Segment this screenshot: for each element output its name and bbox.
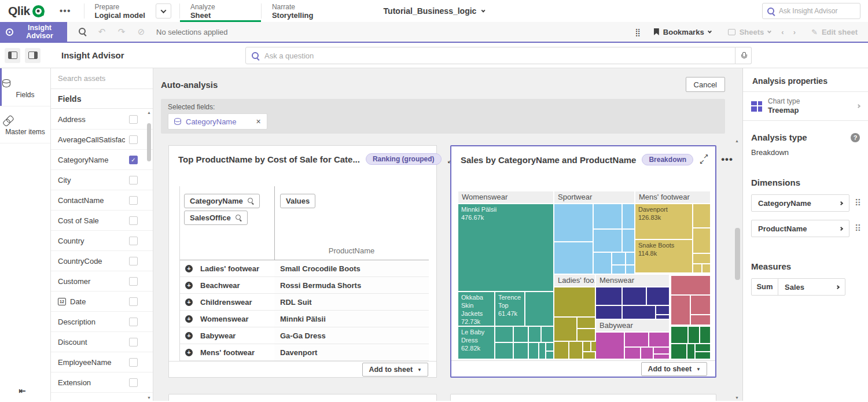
main-scrollbar[interactable]: ▲ ▼	[734, 139, 741, 400]
field-checkbox[interactable]	[129, 196, 138, 205]
pivot-table-row[interactable]: +Ladies' footwearSmall Crocodile Boots	[180, 260, 429, 277]
field-checkbox[interactable]	[129, 378, 138, 387]
dimension-productname[interactable]: ProductName	[751, 220, 849, 237]
scrollbar-thumb[interactable]	[735, 228, 740, 280]
global-menu-button[interactable]: •••	[60, 6, 71, 16]
drag-handle-icon[interactable]: ⠿	[855, 198, 861, 208]
field-checkbox[interactable]	[129, 216, 138, 225]
prepare-dropdown-button[interactable]	[156, 3, 171, 19]
treemap-cell[interactable]	[596, 306, 621, 319]
treemap-cell[interactable]	[529, 327, 540, 342]
treemap-cell[interactable]	[542, 327, 553, 342]
expand-row-icon[interactable]: +	[185, 282, 193, 289]
drag-handle-icon[interactable]: ⠿	[855, 223, 861, 234]
insight-advisor-toggle[interactable]: Insight Advisor	[0, 22, 67, 42]
field-row[interactable]: Extension	[51, 373, 153, 393]
scroll-down-icon[interactable]: ▼	[735, 396, 739, 400]
field-checkbox[interactable]	[129, 237, 138, 245]
field-checkbox[interactable]	[129, 358, 138, 367]
treemap-cell[interactable]	[554, 204, 593, 241]
field-row[interactable]: Description	[51, 312, 153, 332]
treemap-cell[interactable]	[691, 296, 710, 314]
expand-row-icon[interactable]: +	[185, 265, 193, 272]
treemap-cell[interactable]	[641, 348, 653, 359]
collapse-panel-button[interactable]: ⇤	[19, 386, 26, 396]
nav-narrate[interactable]: Narrate Storytelling	[262, 0, 324, 22]
treemap-cell[interactable]	[693, 204, 710, 227]
app-objects-icon[interactable]: ⣿	[635, 28, 641, 36]
pivot-table-row[interactable]: +BeachwearRossi Bermuda Shorts	[180, 277, 429, 294]
treemap-cell[interactable]: Okkaba Skin Jackets72.73k	[458, 292, 494, 326]
treemap-cell[interactable]	[554, 342, 568, 359]
treemap-cell[interactable]	[625, 348, 640, 359]
field-row[interactable]: EmployeeName	[51, 352, 153, 373]
expand-row-icon[interactable]: +	[185, 298, 193, 306]
treemap-cell[interactable]	[539, 343, 545, 359]
toggle-right-panel-button[interactable]	[25, 48, 41, 63]
treemap-cell[interactable]	[596, 287, 621, 305]
pivot-table-row[interactable]: +BabywearGa-Ga Dress	[180, 327, 429, 344]
treemap-cell[interactable]	[647, 287, 669, 305]
treemap-cell[interactable]: Snake Boots114.8k	[635, 240, 692, 272]
ask-question-input[interactable]	[264, 51, 729, 60]
field-row[interactable]: CountryCode	[51, 251, 153, 271]
field-checkbox[interactable]	[129, 318, 138, 326]
field-row[interactable]: Country	[51, 231, 153, 251]
field-checkbox[interactable]	[129, 176, 138, 185]
previous-sheet-button[interactable]: ‹	[779, 28, 786, 36]
treemap-card[interactable]: Sales by CategoryName and ProductName Br…	[450, 145, 716, 378]
chart-type-row[interactable]: Chart type Treemap	[743, 92, 868, 121]
fields-scrollbar[interactable]: ▲ ▼	[146, 110, 152, 400]
nav-prepare[interactable]: Prepare Logical model	[84, 0, 156, 22]
treemap-cell[interactable]	[687, 344, 694, 359]
pivot-dim-salesoffice-button[interactable]: SalesOffice	[184, 211, 248, 225]
treemap-cell[interactable]	[594, 230, 621, 252]
treemap-cell[interactable]	[671, 327, 687, 343]
smart-search-icon[interactable]	[75, 27, 89, 37]
assets-search-input[interactable]	[58, 74, 146, 83]
pivot-values-button[interactable]: Values	[280, 194, 315, 208]
treemap-cell[interactable]	[623, 204, 634, 228]
field-checkbox[interactable]	[129, 338, 138, 346]
treemap-cell[interactable]	[596, 333, 624, 359]
pivot-dim-categoryname-button[interactable]: CategoryName	[184, 194, 260, 208]
treemap-cell[interactable]: Terence Top61.47k	[495, 292, 524, 326]
partial-card[interactable]	[450, 394, 716, 401]
field-checkbox[interactable]	[129, 257, 138, 265]
treemap-cell[interactable]	[689, 327, 699, 343]
add-to-sheet-button[interactable]: Add to sheet ▼	[641, 362, 707, 376]
treemap-cell[interactable]	[583, 342, 590, 351]
treemap-cell[interactable]	[569, 342, 582, 359]
treemap-cell[interactable]	[656, 306, 669, 314]
next-sheet-button[interactable]: ›	[791, 28, 798, 36]
treemap-cell[interactable]	[529, 343, 538, 359]
treemap-cell[interactable]	[612, 265, 625, 274]
treemap-cell[interactable]	[546, 343, 553, 351]
treemap-cell[interactable]	[703, 264, 710, 272]
treemap-cell[interactable]	[693, 254, 710, 263]
treemap-cell[interactable]	[693, 264, 701, 272]
toggle-left-panel-button[interactable]	[5, 48, 20, 63]
field-checkbox[interactable]: ✓	[129, 156, 138, 164]
field-row[interactable]: Customer	[51, 271, 153, 292]
treemap-cell[interactable]	[583, 352, 595, 359]
nav-analyze[interactable]: Analyze Sheet	[180, 0, 261, 22]
field-checkbox[interactable]	[129, 277, 138, 286]
treemap-cell[interactable]	[525, 292, 553, 326]
bookmarks-button[interactable]: Bookmarks	[650, 28, 715, 36]
app-title-dropdown[interactable]: Tutorial_Business_logic	[384, 0, 485, 22]
field-checkbox[interactable]	[129, 115, 138, 124]
treemap-cell[interactable]	[546, 352, 553, 359]
voice-input-button[interactable]	[735, 47, 752, 64]
treemap-cell[interactable]	[514, 343, 528, 359]
clear-selections-icon[interactable]: ⊘	[134, 27, 148, 37]
pivot-table-row[interactable]: +ChildrenswearRDL Suit	[180, 294, 429, 311]
treemap-cell[interactable]	[691, 315, 710, 324]
treemap-cell[interactable]	[495, 343, 513, 359]
scrollbar-thumb[interactable]	[147, 123, 151, 161]
treemap-cell[interactable]	[626, 253, 634, 264]
cancel-button[interactable]: Cancel	[686, 77, 725, 92]
treemap-cell[interactable]	[671, 276, 710, 294]
expand-icon[interactable]	[699, 155, 708, 164]
undo-selection-icon[interactable]: ↶	[95, 27, 109, 37]
